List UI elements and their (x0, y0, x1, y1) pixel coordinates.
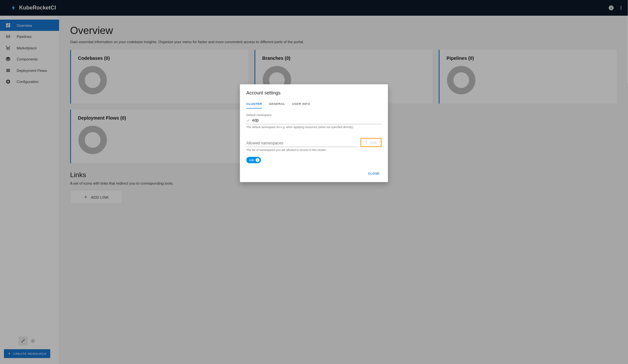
close-button[interactable]: CLOSE (366, 170, 381, 177)
tab-user-info[interactable]: USER INFO (292, 100, 310, 109)
tab-general[interactable]: GENERAL (269, 100, 285, 109)
namespace-chip: edp (246, 157, 261, 163)
modal-title: Account settings (240, 90, 388, 100)
default-namespace-help: The default namespace for e.g. when appl… (246, 126, 382, 129)
modal-tabs: CLUSTER GENERAL USER INFO (240, 100, 388, 109)
chip-remove-button[interactable] (256, 158, 259, 162)
default-namespace-label: Default namespace (246, 113, 382, 117)
button-label: ADD (370, 141, 377, 144)
plus-icon (365, 141, 368, 144)
add-namespace-button[interactable]: ADD (360, 138, 381, 147)
allowed-namespaces-help: The list of namespaces you are allowed t… (246, 149, 382, 152)
account-settings-modal: Account settings CLUSTER GENERAL USER IN… (240, 84, 388, 182)
allowed-namespaces-input[interactable] (246, 140, 357, 147)
tab-cluster[interactable]: CLUSTER (246, 100, 262, 109)
check-icon (246, 118, 250, 122)
default-namespace-input[interactable] (252, 118, 382, 123)
modal-overlay[interactable]: Account settings CLUSTER GENERAL USER IN… (0, 0, 628, 364)
chip-label: edp (249, 158, 254, 162)
close-icon (256, 159, 259, 161)
